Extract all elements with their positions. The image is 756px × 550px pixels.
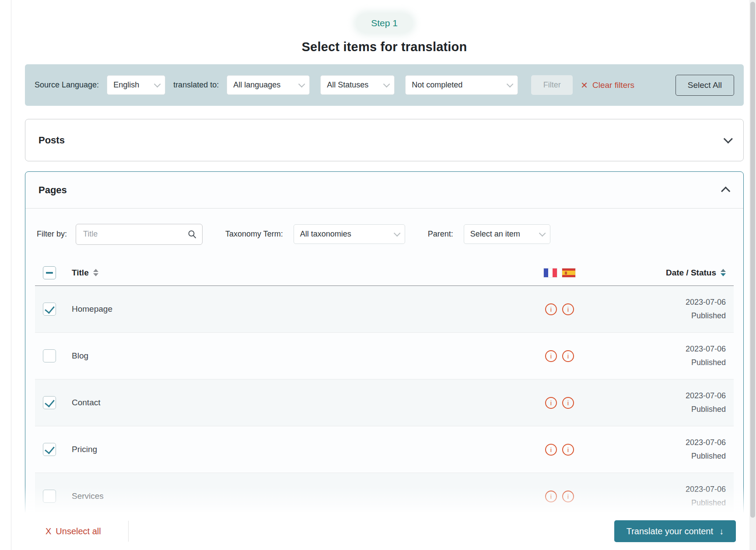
scrollbar-thumb[interactable] bbox=[750, 2, 755, 518]
title-filter-input[interactable] bbox=[76, 224, 203, 245]
clear-filters-link[interactable]: ✕ Clear filters bbox=[581, 80, 634, 91]
date-status-column-header[interactable]: Date / Status bbox=[592, 268, 726, 278]
arrow-down-icon: ↓ bbox=[719, 526, 724, 536]
language-column-headers bbox=[527, 268, 592, 277]
chevron-down-icon[interactable] bbox=[724, 134, 733, 143]
table-header-row: Title Date / Status bbox=[35, 260, 734, 286]
posts-section[interactable]: Posts bbox=[25, 119, 744, 161]
pages-table: Title Date / Status Homepage i i bbox=[35, 260, 734, 520]
divider bbox=[128, 521, 129, 542]
unselect-all-link[interactable]: X Unselect all bbox=[46, 526, 101, 536]
chevron-down-icon bbox=[298, 81, 305, 88]
pages-filter-row: Filter by: Taxonomy Term: All taxonomies… bbox=[25, 209, 743, 260]
page-left-edge bbox=[11, 0, 11, 550]
completion-select[interactable]: Not completed bbox=[405, 75, 518, 95]
chevron-down-icon bbox=[383, 81, 390, 88]
row-checkbox[interactable] bbox=[43, 490, 56, 503]
filter-button[interactable]: Filter bbox=[531, 75, 573, 95]
date-status-cell: 2023-07-06 Published bbox=[592, 483, 726, 510]
pages-section-header[interactable]: Pages bbox=[25, 172, 743, 208]
info-icon[interactable]: i bbox=[545, 444, 557, 456]
table-row: Blog i i 2023-07-06 Published bbox=[35, 333, 734, 379]
search-icon bbox=[187, 229, 197, 241]
info-icon[interactable]: i bbox=[545, 491, 557, 502]
row-title: Homepage bbox=[72, 304, 527, 314]
chevron-up-icon[interactable] bbox=[721, 187, 730, 196]
sticky-footer-bar: X Unselect all Translate your content ↓ bbox=[11, 512, 749, 550]
parent-label: Parent: bbox=[428, 230, 453, 239]
close-icon: X bbox=[46, 526, 51, 536]
pages-section-title: Pages bbox=[38, 184, 67, 196]
row-checkbox[interactable] bbox=[43, 396, 56, 409]
table-row: Homepage i i 2023-07-06 Published bbox=[35, 286, 734, 333]
date-status-cell: 2023-07-06 Published bbox=[592, 342, 726, 370]
page-scrollbar[interactable] bbox=[749, 0, 756, 550]
status-select[interactable]: All Statuses bbox=[320, 75, 395, 95]
step-badge: Step 1 bbox=[356, 14, 413, 33]
posts-section-title: Posts bbox=[38, 135, 65, 146]
translated-to-label: translated to: bbox=[173, 80, 219, 90]
chevron-down-icon bbox=[507, 81, 514, 88]
target-language-select[interactable]: All languages bbox=[227, 75, 310, 95]
select-all-button[interactable]: Select All bbox=[676, 75, 734, 96]
info-icon[interactable]: i bbox=[562, 350, 574, 362]
chevron-down-icon bbox=[539, 230, 546, 237]
pages-section: Pages Filter by: Taxonomy Term: All taxo… bbox=[25, 171, 744, 550]
source-language-label: Source Language: bbox=[35, 80, 99, 90]
row-checkbox[interactable] bbox=[43, 303, 56, 316]
filter-by-label: Filter by: bbox=[37, 230, 67, 239]
select-all-checkbox[interactable] bbox=[43, 266, 56, 279]
page-title: Select items for translation bbox=[25, 40, 744, 54]
table-row: Contact i i 2023-07-06 Published bbox=[35, 379, 734, 426]
taxonomy-term-label: Taxonomy Term: bbox=[225, 230, 283, 239]
sort-icon[interactable] bbox=[93, 269, 98, 276]
info-icon[interactable]: i bbox=[545, 350, 557, 362]
french-flag-icon bbox=[544, 268, 557, 277]
info-icon[interactable]: i bbox=[562, 491, 574, 502]
sort-icon[interactable] bbox=[721, 269, 726, 276]
spanish-flag-icon bbox=[562, 268, 575, 277]
source-language-select[interactable]: English bbox=[107, 75, 165, 95]
info-icon[interactable]: i bbox=[562, 303, 574, 315]
translate-content-button[interactable]: Translate your content ↓ bbox=[614, 520, 736, 542]
row-checkbox[interactable] bbox=[43, 349, 56, 362]
chevron-down-icon bbox=[394, 230, 401, 237]
info-icon[interactable]: i bbox=[562, 444, 574, 456]
info-icon[interactable]: i bbox=[545, 397, 557, 409]
row-title: Services bbox=[72, 491, 527, 501]
row-checkbox[interactable] bbox=[43, 443, 56, 456]
info-icon[interactable]: i bbox=[545, 303, 557, 315]
date-status-cell: 2023-07-06 Published bbox=[592, 296, 726, 323]
filter-bar: Source Language: English translated to: … bbox=[25, 64, 744, 106]
table-row: Pricing i i 2023-07-06 Published bbox=[35, 426, 734, 473]
title-column-header[interactable]: Title bbox=[72, 268, 527, 278]
close-icon: ✕ bbox=[581, 80, 588, 91]
chevron-down-icon bbox=[154, 81, 161, 88]
parent-select[interactable]: Select an item bbox=[464, 224, 550, 244]
row-title: Pricing bbox=[72, 445, 527, 454]
date-status-cell: 2023-07-06 Published bbox=[592, 436, 726, 463]
row-title: Contact bbox=[72, 398, 527, 407]
translation-dashboard: Step 1 Select items for translation Sour… bbox=[25, 0, 744, 550]
date-status-cell: 2023-07-06 Published bbox=[592, 389, 726, 417]
info-icon[interactable]: i bbox=[562, 397, 574, 409]
taxonomy-select[interactable]: All taxonomies bbox=[294, 224, 405, 244]
row-title: Blog bbox=[72, 351, 527, 361]
